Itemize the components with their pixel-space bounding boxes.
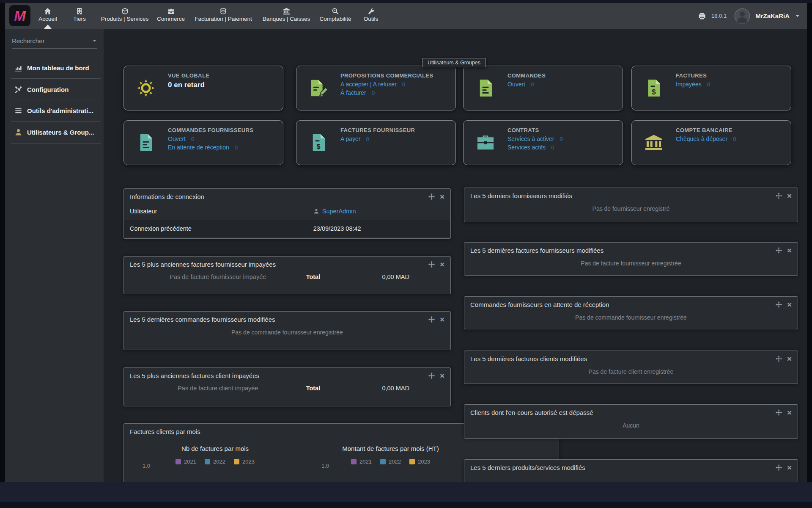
tooltip: Utilisateurs & Groupes xyxy=(422,58,486,67)
widget-title: Les 5 plus anciennes factures fournisseu… xyxy=(130,261,428,268)
kpi-link[interactable]: Ouvert xyxy=(168,135,186,142)
empty-text: Pas de facture client impayée xyxy=(130,385,306,392)
kpi-count[interactable]: 0 xyxy=(372,90,375,96)
legend-item: 2021 xyxy=(176,458,196,465)
kpi-count[interactable]: 0 xyxy=(191,136,195,142)
right-edge xyxy=(807,3,812,508)
move-icon[interactable] xyxy=(428,316,435,323)
kpi-link[interactable]: En attente de réception xyxy=(168,144,229,151)
widget-title: Informations de connexion xyxy=(130,193,428,200)
close-icon[interactable]: × xyxy=(440,194,444,200)
row-label: Utilisateur xyxy=(124,208,157,215)
move-icon[interactable] xyxy=(776,409,782,416)
kpi-link[interactable]: A accepter | A refuser xyxy=(340,81,397,88)
widget-last-suppliers: Les 5 derniers fournisseurs modifiés × P… xyxy=(464,188,798,222)
kpi-count[interactable]: 0 xyxy=(531,81,534,88)
empty-text: Pas de facture fournisseur impayée xyxy=(130,273,306,280)
legend-item: 2022 xyxy=(205,458,225,465)
move-icon[interactable] xyxy=(776,247,782,254)
chart-title: Montant de factures par mois (HT) xyxy=(303,445,478,452)
kpi-title: CONTRATS xyxy=(508,127,619,133)
kpi-compte-bancaire: COMPTE BANCAIRE Chèques à déposer0 xyxy=(631,120,791,165)
dolibarr-dashboard: M Accueil Tiers Produits | Services Comm… xyxy=(0,0,812,508)
close-icon[interactable]: × xyxy=(787,465,792,471)
legend-item: 2022 xyxy=(380,458,401,465)
kpi-count[interactable]: 0 xyxy=(733,136,736,142)
kpi-title: COMMANDES xyxy=(508,72,619,79)
close-icon[interactable]: × xyxy=(440,317,444,323)
empty-text: Pas de facture client enregistrée xyxy=(464,364,798,375)
close-icon[interactable]: × xyxy=(440,262,444,268)
total-label: Total xyxy=(306,273,347,280)
widget-title: Les 5 derniers fournisseurs modifiés xyxy=(470,192,776,199)
move-icon[interactable] xyxy=(776,356,782,362)
widget-title: Les 5 plus anciennes factures client imp… xyxy=(130,372,428,379)
empty-text: Pas de commande fournisseur enregistrée xyxy=(124,325,450,336)
kpi-count[interactable]: 0 xyxy=(551,144,554,151)
left-edge xyxy=(0,3,5,508)
table-row: Pas de facture client impayée Total 0,00… xyxy=(124,381,450,392)
kpi-link[interactable]: Services à activer xyxy=(508,135,554,142)
close-icon[interactable]: × xyxy=(440,373,444,379)
kpi-link[interactable]: Services actifs xyxy=(508,144,546,151)
legend-swatch-2021 xyxy=(351,459,357,464)
move-icon[interactable] xyxy=(428,373,435,379)
move-icon[interactable] xyxy=(428,261,435,268)
legend-swatch-2022 xyxy=(380,459,386,464)
chart-legend: 2021 2022 2023 xyxy=(303,458,478,465)
kpi-link[interactable]: Impayées xyxy=(676,81,702,88)
close-icon[interactable]: × xyxy=(787,356,792,362)
document-icon xyxy=(124,121,168,165)
document-dollar-icon: $ xyxy=(296,121,340,165)
move-icon[interactable] xyxy=(776,301,782,308)
axis-tick: 1.0 xyxy=(143,463,150,469)
legend-item: 2023 xyxy=(409,458,430,465)
kpi-vue-globale: VUE GLOBALE 0 en retard xyxy=(123,66,283,110)
table-row: Connexion précédente 23/09/2023 08:42 xyxy=(124,220,450,237)
close-icon[interactable]: × xyxy=(787,193,792,199)
row-label: Connexion précédente xyxy=(124,225,192,232)
close-icon[interactable]: × xyxy=(787,302,792,308)
kpi-factures-fournisseur: $ FACTURES FOURNISSEUR A payer0 xyxy=(296,120,456,165)
kpi-count[interactable]: 0 xyxy=(560,136,563,142)
widget-customers-over-limit: Clients dont l'en-cours autorisé est dép… xyxy=(464,404,798,439)
kpi-link[interactable]: A payer xyxy=(340,135,360,142)
kpi-count[interactable]: 0 xyxy=(235,144,238,151)
widget-title: Commandes fournisseurs en attente de réc… xyxy=(470,301,776,308)
close-icon[interactable]: × xyxy=(787,248,792,254)
total-label: Total xyxy=(306,385,347,392)
legend-swatch-2023 xyxy=(234,459,239,464)
kpi-count[interactable]: 0 xyxy=(366,136,369,142)
document-dollar-icon: $ xyxy=(632,66,676,110)
kpi-title: COMMANDES FOURNISSEURS xyxy=(168,127,280,133)
kpi-commandes-fournisseurs: COMMANDES FOURNISSEURS Ouvert0 En attent… xyxy=(123,120,283,165)
widget-title: Clients dont l'en-cours autorisé est dép… xyxy=(470,409,776,416)
chart-montant-factures: Montant de factures par mois (HT) 2021 2… xyxy=(303,445,478,465)
kpi-link[interactable]: Ouvert xyxy=(508,81,525,88)
widget-title: Les 5 derniers produits/services modifié… xyxy=(470,464,776,471)
total-value: 0,00 MAD xyxy=(347,273,444,280)
kpi-title: PROPOSITIONS COMMERCIALES xyxy=(340,72,452,79)
bottom-band xyxy=(0,482,812,502)
kpi-link[interactable]: Chèques à déposer xyxy=(676,135,727,142)
contract-briefcase-icon xyxy=(464,121,508,165)
chart-title: Nb de factures par mois xyxy=(127,445,303,452)
legend-swatch-2022 xyxy=(205,459,210,464)
widget-oldest-supplier-invoices: Les 5 plus anciennes factures fournisseu… xyxy=(123,256,451,294)
widget-oldest-customer-invoices: Les 5 plus anciennes factures client imp… xyxy=(123,367,451,406)
kpi-link[interactable]: À facturer xyxy=(340,89,366,96)
svg-text:$: $ xyxy=(316,143,321,151)
total-value: 0,00 MAD xyxy=(347,385,444,392)
move-icon[interactable] xyxy=(776,193,782,199)
user-link[interactable]: SuperAdmin xyxy=(322,208,356,215)
close-icon[interactable]: × xyxy=(787,410,792,416)
empty-text: Aucun xyxy=(464,418,798,429)
kpi-count[interactable]: 0 xyxy=(402,81,406,88)
kpi-title: FACTURES FOURNISSEUR xyxy=(340,127,452,133)
kpi-title: FACTURES xyxy=(676,72,787,79)
move-icon[interactable] xyxy=(428,193,435,200)
empty-text: Pas de fournisseur enregistré xyxy=(464,202,798,212)
move-icon[interactable] xyxy=(776,464,782,471)
kpi-count[interactable]: 0 xyxy=(707,81,710,88)
empty-text: Pas de commande fournisseur enregistrée xyxy=(464,310,798,321)
